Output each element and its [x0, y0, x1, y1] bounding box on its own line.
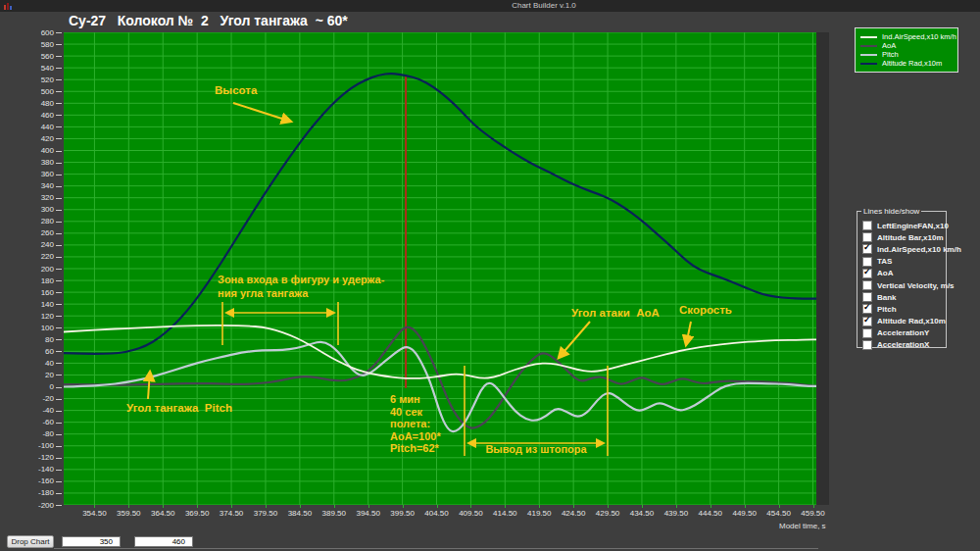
- y-tick-label: 80: [15, 335, 54, 344]
- line-toggle-label: Bank: [877, 293, 897, 302]
- y-tick-label: 260: [15, 228, 54, 237]
- x-tick-mark: [231, 505, 232, 508]
- y-tick-label: 200: [15, 265, 54, 274]
- plot-right-strip: [816, 32, 829, 505]
- y-tick-mark: [56, 458, 62, 459]
- x-tick-mark: [300, 505, 301, 508]
- x-tick-mark: [710, 505, 711, 508]
- y-tick-label: 240: [15, 240, 54, 249]
- y-tick-mark: [56, 210, 62, 211]
- line-toggle-label: AccelerationY: [877, 328, 929, 337]
- y-tick-label: 540: [15, 64, 54, 73]
- y-tick-mark: [56, 481, 62, 482]
- y-tick-label: 480: [15, 99, 54, 108]
- y-tick-mark: [56, 363, 62, 364]
- checkbox-checked[interactable]: ✓: [862, 304, 872, 314]
- legend-item: Altitude Rad,x10m: [860, 59, 955, 68]
- line-toggle-row: ✓Ind.AirSpeed,x10 km/h: [862, 243, 946, 255]
- checkbox-unchecked[interactable]: [862, 257, 872, 267]
- y-tick-mark: [56, 446, 62, 447]
- legend-item: Pitch: [860, 50, 955, 59]
- line-toggle-row: Altitude Bar,x10m: [862, 231, 946, 243]
- y-tick-mark: [56, 411, 62, 412]
- checkbox-checked[interactable]: ✓: [862, 317, 872, 326]
- checkbox-unchecked[interactable]: [862, 292, 872, 302]
- y-tick-mark: [56, 126, 62, 127]
- checkbox-unchecked[interactable]: [862, 340, 872, 350]
- annotation-zona-vhoda-text: Зона входа в фигуру и удержа-: [218, 274, 385, 285]
- line-toggle-label: Vertical Velocity, m/s: [877, 281, 955, 290]
- checkbox-unchecked[interactable]: [862, 232, 872, 242]
- y-tick-mark: [56, 222, 62, 223]
- line-toggle-label: Ind.AirSpeed,x10 km/h: [877, 245, 961, 254]
- checkbox-unchecked[interactable]: [862, 328, 872, 338]
- checkbox-unchecked[interactable]: [862, 221, 872, 230]
- y-tick-label: -60: [15, 418, 54, 426]
- y-tick-label: -120: [15, 453, 54, 462]
- y-tick-label: 460: [15, 111, 54, 120]
- time-to-input[interactable]: [134, 536, 193, 547]
- checkbox-unchecked[interactable]: [862, 280, 872, 290]
- x-tick-mark: [642, 505, 643, 508]
- line-toggle-label: AoA: [877, 269, 893, 277]
- y-tick-label: -200: [15, 501, 54, 510]
- y-tick-label: 420: [15, 134, 54, 143]
- y-tick-label: -80: [15, 429, 54, 438]
- annotation-event-info-text: 40 сек: [390, 406, 423, 418]
- y-tick-mark: [56, 163, 62, 164]
- line-toggle-label: Altitude Bar,x10m: [877, 233, 944, 242]
- y-tick-mark: [56, 79, 62, 80]
- chart-title: Су-27 Колокол № 2 Угол тангажа ~ 60*: [69, 13, 348, 28]
- annotation-ugol-ataki-text: Угол атаки АоА: [571, 307, 660, 319]
- app-icon: [4, 2, 12, 10]
- line-toggle-row: Bank: [862, 291, 946, 303]
- x-tick-mark: [368, 505, 369, 508]
- legend-line-swatch: [860, 36, 877, 38]
- line-toggle-label: Altitude Rad,x10m: [877, 317, 946, 326]
- y-tick-mark: [56, 470, 62, 471]
- y-tick-mark: [56, 175, 62, 175]
- y-tick-label: -40: [15, 406, 54, 415]
- y-tick-mark: [56, 32, 62, 33]
- annotation-event-info-text: Pitch=62*: [390, 442, 440, 454]
- y-tick-label: 160: [15, 288, 54, 297]
- y-tick-mark: [56, 280, 62, 281]
- legend: Ind.AirSpeed,x10 km/hAoAPitchAltitude Ra…: [855, 27, 958, 73]
- x-tick-mark: [470, 505, 471, 508]
- checkbox-checked[interactable]: ✓: [862, 269, 872, 278]
- y-tick-mark: [56, 198, 62, 199]
- annotation-event-info-text: полета:: [390, 418, 430, 429]
- x-tick-mark: [334, 505, 335, 508]
- x-axis-title: Model time, s: [779, 522, 826, 530]
- line-toggle-label: LeftEngineFAN,x10: [877, 222, 949, 230]
- y-tick-label: 100: [15, 324, 54, 332]
- line-toggle-row: LeftEngineFAN,x10: [862, 220, 946, 231]
- y-tick-mark: [56, 233, 62, 234]
- drop-chart-button[interactable]: Drop Chart: [7, 535, 54, 548]
- y-tick-label: 340: [15, 181, 54, 190]
- y-tick-label: 320: [15, 193, 54, 202]
- y-tick-mark: [56, 351, 62, 352]
- window-title: Chart Builder v.1.0: [108, 0, 980, 12]
- legend-label: Ind.AirSpeed,x10 km/h: [882, 32, 956, 41]
- y-tick-mark: [56, 68, 62, 69]
- line-toggle-row: TAS: [862, 256, 946, 268]
- time-from-input[interactable]: [62, 536, 121, 547]
- y-tick-mark: [56, 304, 62, 305]
- x-tick-mark: [403, 505, 404, 508]
- y-tick-label: 560: [15, 52, 54, 61]
- titlebar: Chart Builder v.1.0: [0, 0, 980, 12]
- y-tick-mark: [56, 56, 62, 57]
- y-tick-label: 400: [15, 146, 54, 155]
- y-tick-mark: [56, 91, 62, 92]
- x-tick-label: 459.50: [794, 509, 833, 518]
- lines-panel: Lines hide/show LeftEngineFAN,x10Altitud…: [857, 211, 947, 348]
- y-tick-mark: [56, 339, 62, 340]
- legend-label: Altitude Rad,x10m: [882, 59, 942, 68]
- x-tick-mark: [197, 505, 198, 508]
- legend-line-swatch: [860, 63, 877, 65]
- y-tick-label: 500: [15, 87, 54, 96]
- checkbox-checked[interactable]: ✓: [862, 244, 872, 254]
- y-tick-label: -100: [15, 441, 54, 450]
- y-tick-mark: [56, 269, 62, 270]
